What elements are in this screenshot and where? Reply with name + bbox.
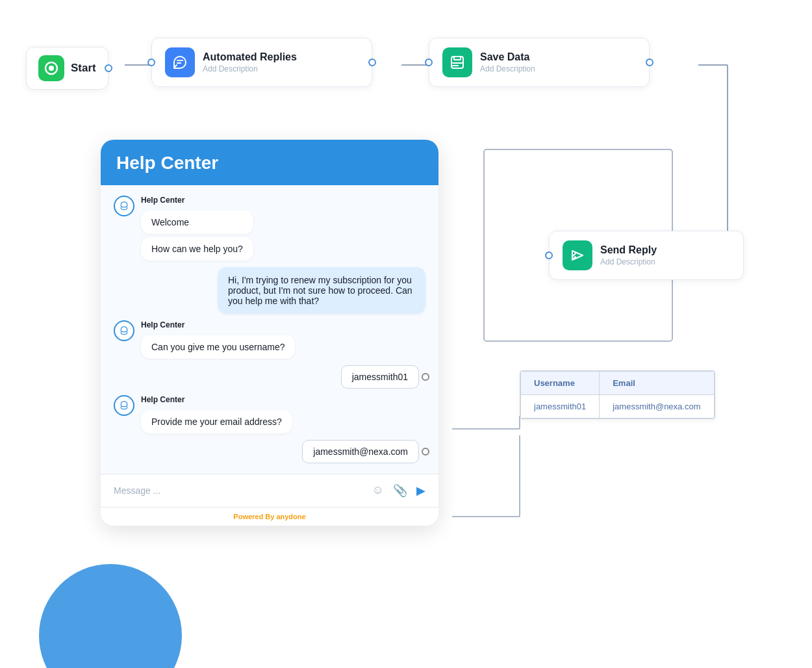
bubble-email-ask: Provide me your email address? bbox=[141, 410, 292, 433]
chat-footer: Message ... ☺ 📎 ▶ bbox=[101, 474, 438, 507]
deco-circle bbox=[39, 564, 182, 668]
chat-body: Help Center Welcome How can we help you?… bbox=[101, 185, 438, 474]
save-data-desc: Add Description bbox=[480, 64, 535, 73]
chat-header: Help Center bbox=[101, 140, 438, 185]
attachment-icon[interactable]: 📎 bbox=[393, 483, 407, 498]
bubble-username-value: jamessmith01 bbox=[341, 365, 419, 389]
send-reply-title: Send Reply bbox=[600, 244, 657, 256]
powered-by-brand: anydone bbox=[276, 513, 305, 520]
message-row-email: jamessmith@nexa.com bbox=[114, 440, 425, 463]
send-reply-desc: Add Description bbox=[600, 257, 657, 266]
message-row-2: Help Center Can you give me you username… bbox=[114, 320, 425, 359]
chat-header-title: Help Center bbox=[116, 153, 423, 173]
agent-avatar-3 bbox=[114, 395, 134, 416]
message-row-3: Help Center Provide me your email addres… bbox=[114, 395, 425, 433]
automated-replies-node: Automated Replies Add Description bbox=[151, 38, 372, 87]
powered-by: Powered By anydone bbox=[101, 507, 438, 526]
start-dot-right bbox=[105, 64, 112, 72]
agent-name-1: Help Center bbox=[141, 196, 253, 205]
agent-avatar-1 bbox=[114, 196, 134, 216]
automated-replies-title: Automated Replies bbox=[203, 51, 297, 63]
bubble-user-renew: Hi, I'm trying to renew my subscription … bbox=[218, 267, 425, 314]
message-row-user: Hi, I'm trying to renew my subscription … bbox=[114, 267, 425, 314]
automated-replies-dot-right bbox=[368, 58, 376, 66]
save-data-node: Save Data Add Description bbox=[429, 38, 650, 87]
email-connector-dot bbox=[422, 448, 429, 456]
bubble-username-ask: Can you give me you username? bbox=[141, 335, 295, 359]
automated-replies-dot-left bbox=[147, 58, 155, 66]
save-data-title: Save Data bbox=[480, 51, 535, 63]
table-row: jamessmith01 jamessmith@nexa.com bbox=[521, 395, 715, 418]
chat-panel: Help Center Help Center Welcome How can … bbox=[101, 140, 438, 526]
send-reply-node: Send Reply Add Description bbox=[549, 231, 744, 280]
table-header-email: Email bbox=[600, 372, 714, 395]
powered-by-prefix: Powered By bbox=[233, 513, 276, 520]
chat-input[interactable]: Message ... bbox=[114, 485, 364, 496]
automated-replies-desc: Add Description bbox=[203, 64, 297, 73]
username-connector-dot bbox=[422, 373, 429, 381]
emoji-icon[interactable]: ☺ bbox=[372, 483, 384, 498]
agent-name-2: Help Center bbox=[141, 320, 295, 329]
save-data-icon bbox=[442, 47, 472, 77]
bubble-welcome: Welcome bbox=[141, 211, 253, 234]
data-table: Username Email jamessmith01 jamessmith@n… bbox=[520, 370, 715, 419]
save-data-dot-left bbox=[425, 58, 433, 66]
table-cell-email: jamessmith@nexa.com bbox=[600, 395, 714, 418]
svg-point-11 bbox=[49, 66, 54, 71]
automated-replies-icon bbox=[165, 47, 195, 77]
chat-footer-icons: ☺ 📎 ▶ bbox=[372, 483, 425, 498]
start-icon bbox=[38, 55, 64, 81]
agent-avatar-2 bbox=[114, 320, 134, 341]
table-header-username: Username bbox=[521, 372, 600, 395]
send-reply-icon bbox=[563, 240, 592, 270]
bubble-help: How can we help you? bbox=[141, 237, 253, 261]
save-data-dot-right bbox=[646, 58, 653, 66]
bubble-email-value: jamessmith@nexa.com bbox=[302, 440, 419, 463]
table-cell-username: jamessmith01 bbox=[521, 395, 600, 418]
start-node: Start bbox=[26, 47, 108, 90]
send-reply-dot-left bbox=[545, 251, 553, 259]
send-icon[interactable]: ▶ bbox=[416, 483, 425, 498]
message-row-1: Help Center Welcome How can we help you? bbox=[114, 196, 425, 261]
agent-name-3: Help Center bbox=[141, 395, 292, 404]
message-row-username: jamessmith01 bbox=[114, 365, 425, 389]
start-label: Start bbox=[71, 62, 96, 75]
